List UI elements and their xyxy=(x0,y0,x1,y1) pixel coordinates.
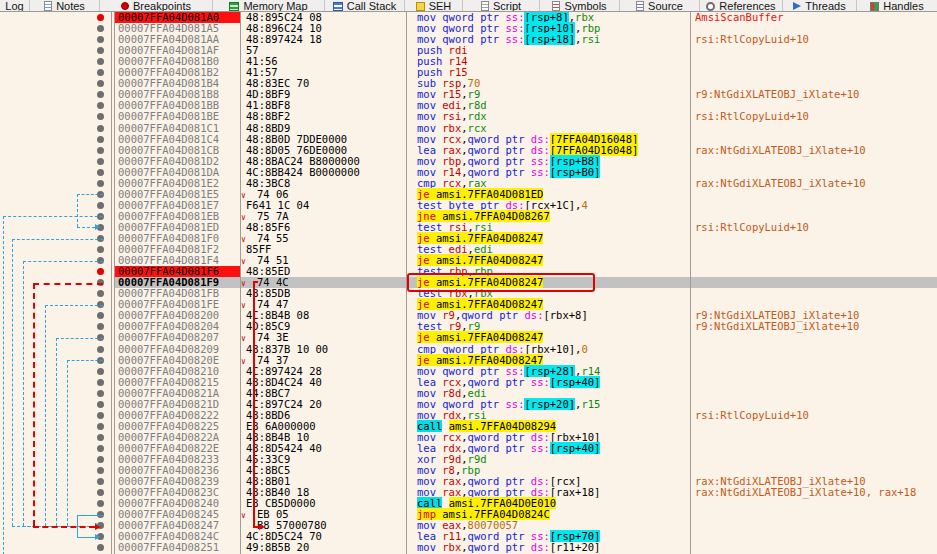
tab-script[interactable]: Script xyxy=(463,0,540,12)
breakpoint-dot[interactable] xyxy=(97,80,104,87)
breakpoint-dot[interactable] xyxy=(97,500,104,507)
breakpoint-dot[interactable] xyxy=(97,312,104,319)
tab-seh[interactable]: SEH xyxy=(405,0,463,12)
column-separator xyxy=(406,12,407,554)
address-cell[interactable]: 00007FFA04D081C1 xyxy=(115,123,240,134)
disassembly-view[interactable]: 00007FFA04D081A048:895C24 08mov qword pt… xyxy=(0,0,937,554)
breakpoint-dot[interactable] xyxy=(97,14,104,21)
breakpoint-dot[interactable] xyxy=(97,478,104,485)
bytes-cell[interactable]: 48:8BD9 xyxy=(246,123,290,134)
comment-cell: rax:NtGdiXLATEOBJ_iXlate+10 xyxy=(695,145,866,156)
breakpoint-dot[interactable] xyxy=(97,91,104,98)
bytes-cell[interactable]: 48:8BF2 xyxy=(246,111,290,122)
references-icon xyxy=(706,2,715,11)
breakpoint-dot[interactable] xyxy=(97,445,104,452)
source-icon xyxy=(636,1,644,11)
breakpoint-dot[interactable] xyxy=(97,147,104,154)
call-stack-icon xyxy=(333,2,343,11)
breakpoint-dot[interactable] xyxy=(97,58,104,65)
breakpoint-dot[interactable] xyxy=(97,36,104,43)
breakpoint-dot[interactable] xyxy=(97,368,104,375)
breakpoint-dot[interactable] xyxy=(97,390,104,397)
tab-symbols[interactable]: Symbols xyxy=(540,0,620,12)
breakpoint-dot[interactable] xyxy=(97,113,104,120)
address-cell[interactable]: 00007FFA04D0820E xyxy=(115,355,240,366)
tab-breakpoints[interactable]: Breakpoints xyxy=(100,0,213,12)
tab-memory-map[interactable]: Memory Map xyxy=(213,0,325,12)
breakpoint-dot[interactable] xyxy=(97,180,104,187)
breakpoint-dot[interactable] xyxy=(97,213,104,220)
breakpoint-dot[interactable] xyxy=(97,191,104,198)
breakpoint-dot[interactable] xyxy=(97,379,104,386)
breakpoint-dot[interactable] xyxy=(97,467,104,474)
breakpoint-dot[interactable] xyxy=(97,533,104,540)
symbols-icon xyxy=(552,1,560,11)
tab-call-stack[interactable]: Call Stack xyxy=(325,0,405,12)
tab-source[interactable]: Source xyxy=(620,0,700,12)
breakpoint-dot[interactable] xyxy=(97,136,104,143)
bytes-cell[interactable]: 74 3E xyxy=(257,332,289,343)
address-cell[interactable]: 00007FFA04D081C4 xyxy=(115,134,240,145)
tab-label: Threads xyxy=(805,0,845,12)
breakpoint-dot[interactable] xyxy=(97,224,104,231)
breakpoint-dot[interactable] xyxy=(97,423,104,430)
address-cell[interactable]: 00007FFA04D08207 xyxy=(115,332,240,343)
breakpoint-dot[interactable] xyxy=(97,279,104,286)
bytes-cell[interactable]: 74 37 xyxy=(257,355,289,366)
breakpoint-dot[interactable] xyxy=(97,290,104,297)
tab-label: Notes xyxy=(56,0,85,12)
breakpoint-dot[interactable] xyxy=(97,246,104,253)
breakpoint-dot[interactable] xyxy=(97,412,104,419)
script-icon xyxy=(481,1,489,11)
bytes-cell[interactable]: 48:8D05 76DE0000 xyxy=(246,145,347,156)
breakpoint-dot[interactable] xyxy=(97,511,104,518)
bytes-cell[interactable]: 4C:897424 28 xyxy=(246,366,322,377)
breakpoint-dot[interactable] xyxy=(97,334,104,341)
breakpoint-dot[interactable] xyxy=(97,268,104,275)
bytes-cell[interactable]: 48:8BAC24 B8000000 xyxy=(246,156,360,167)
breakpoint-dot[interactable] xyxy=(97,257,104,264)
comment-cell: rax:NtGdiXLATEOBJ_iXlate+10, rax+18 xyxy=(695,487,916,498)
breakpoint-dot[interactable] xyxy=(97,323,104,330)
breakpoint-dot[interactable] xyxy=(97,47,104,54)
address-cell[interactable]: 00007FFA04D081BE xyxy=(115,111,240,122)
breakpoint-dot[interactable] xyxy=(97,456,104,463)
tab-threads[interactable]: Threads xyxy=(783,0,857,12)
breakpoint-dot[interactable] xyxy=(97,357,104,364)
breakpoint-dot[interactable] xyxy=(97,544,104,551)
address-cell[interactable]: 00007FFA04D08215 xyxy=(115,377,240,388)
address-cell[interactable]: 00007FFA04D081CB xyxy=(115,145,240,156)
tab-notes[interactable]: Notes xyxy=(30,0,100,12)
breakpoint-dot[interactable] xyxy=(97,522,104,529)
breakpoint-dot[interactable] xyxy=(97,69,104,76)
bytes-cell[interactable]: 48:8D4C24 40 xyxy=(246,377,322,388)
address-cell[interactable]: 00007FFA04D08209 xyxy=(115,344,240,355)
instruction-cell[interactable]: cmp qword ptr ds:[rbx+10],0 xyxy=(417,344,588,355)
breakpoint-dot[interactable] xyxy=(97,489,104,496)
column-separator xyxy=(240,12,241,554)
address-cell[interactable]: 00007FFA04D08210 xyxy=(115,366,240,377)
breakpoint-dot[interactable] xyxy=(97,346,104,353)
tab-log[interactable]: Log xyxy=(0,0,30,12)
breakpoint-dot[interactable] xyxy=(97,25,104,32)
handles-icon xyxy=(870,2,879,11)
tab-handles[interactable]: Handles xyxy=(857,0,937,12)
column-separator xyxy=(114,12,115,554)
tab-references[interactable]: References xyxy=(700,0,783,12)
tab-label: Memory Map xyxy=(243,0,307,12)
bytes-cell[interactable]: 48:8B0D 7DDE0000 xyxy=(246,134,347,145)
column-separator xyxy=(111,12,112,554)
breakpoint-dot[interactable] xyxy=(97,125,104,132)
breakpoint-dot[interactable] xyxy=(97,401,104,408)
breakpoint-dot[interactable] xyxy=(97,102,104,109)
comment-cell: r9:NtGdiXLATEOBJ_iXlate+10 xyxy=(695,89,859,100)
breakpoint-dot[interactable] xyxy=(97,202,104,209)
breakpoint-dot[interactable] xyxy=(97,301,104,308)
bytes-cell[interactable]: 48:837B 10 00 xyxy=(246,344,328,355)
breakpoint-icon xyxy=(121,2,129,10)
breakpoint-dot[interactable] xyxy=(97,235,104,242)
breakpoint-dot[interactable] xyxy=(97,434,104,441)
address-cell[interactable]: 00007FFA04D081D2 xyxy=(115,156,240,167)
breakpoint-dot[interactable] xyxy=(97,169,104,176)
breakpoint-dot[interactable] xyxy=(97,158,104,165)
